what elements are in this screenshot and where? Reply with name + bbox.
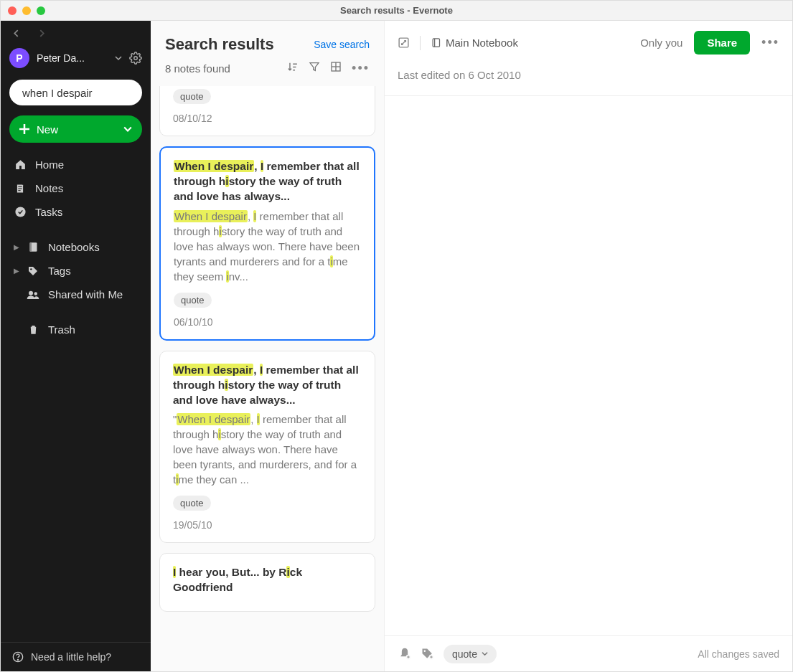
notebook-selector[interactable]: Main Notebook [431, 37, 518, 49]
note-tag: quote [173, 496, 211, 511]
avatar: P [9, 48, 29, 68]
add-reminder[interactable] [398, 647, 412, 661]
sidebar-item-trash[interactable]: Trash [1, 318, 151, 341]
note-card[interactable]: When I despair, I remember that all thro… [159, 146, 375, 341]
view-button[interactable] [330, 61, 342, 76]
last-edited: Last edited on 6 Oct 2010 [385, 65, 792, 96]
note-more-options[interactable]: ••• [761, 35, 779, 50]
sidebar-item-label: Notes [35, 182, 63, 194]
panel-title: Search results [165, 35, 274, 54]
sort-button[interactable] [286, 61, 299, 76]
note-title: When I despair, I remember that all thro… [173, 363, 362, 408]
nav-back[interactable] [9, 27, 22, 39]
note-card[interactable]: When I despair, I remember that all thro… [159, 351, 375, 544]
sidebar-item-label: Tags [48, 265, 71, 277]
trash-icon [28, 323, 39, 336]
window-title: Search results - Evernote [1, 5, 792, 16]
notebook-icon [28, 241, 39, 253]
account-name: Peter Da... [37, 52, 111, 64]
svg-point-18 [424, 650, 426, 652]
account-menu[interactable]: P Peter Da... [1, 42, 151, 74]
tag-icon [27, 265, 39, 277]
note-body[interactable] [385, 96, 792, 635]
notes-panel: Search results Save search 8 notes found… [151, 21, 385, 671]
help-button[interactable]: Need a little help? [1, 642, 151, 671]
svg-point-7 [29, 290, 33, 295]
settings-button[interactable] [129, 52, 142, 65]
sidebar-item-shared[interactable]: Shared with Me [1, 283, 151, 306]
sidebar-item-notes[interactable]: Notes [1, 176, 151, 200]
chevron-down-icon [115, 55, 122, 62]
svg-point-0 [134, 57, 138, 60]
save-status: All changes saved [698, 648, 779, 660]
chevron-down-icon [123, 125, 132, 133]
svg-point-3 [15, 207, 25, 217]
people-icon [27, 290, 39, 300]
caret-right-icon: ▶ [14, 267, 19, 275]
note-date: 06/10/10 [174, 316, 361, 328]
note-tag: quote [173, 89, 211, 104]
help-icon [12, 651, 24, 663]
note-snippet: "When I despair, I remember that all thr… [173, 412, 362, 487]
note-icon [14, 183, 26, 194]
save-search-link[interactable]: Save search [314, 39, 370, 50]
note-snippet: When I despair, I remember that all thro… [174, 209, 361, 284]
nav-forward[interactable] [35, 27, 48, 39]
tag-label: quote [452, 648, 477, 660]
notebook-icon [431, 37, 441, 49]
sidebar-item-tags[interactable]: ▶ Tags [1, 259, 151, 283]
note-tag: quote [174, 293, 212, 308]
notebook-name: Main Notebook [446, 37, 518, 49]
note-title: I hear you, But... by Rick Goodfriend [173, 565, 362, 595]
sidebar-item-label: Shared with Me [48, 288, 123, 300]
svg-point-10 [17, 659, 18, 660]
tag-chip[interactable]: quote [444, 645, 497, 663]
results-count: 8 notes found [165, 62, 230, 75]
note-card[interactable]: Ieyasu T...quote08/10/12 [159, 86, 375, 136]
expand-button[interactable] [398, 37, 410, 49]
add-tag[interactable] [421, 647, 435, 661]
sidebar-item-label: Home [35, 158, 64, 171]
svg-point-6 [30, 268, 32, 270]
sidebar-item-label: Tasks [35, 206, 62, 218]
note-title: When I despair, I remember that all thro… [174, 159, 361, 204]
help-label: Need a little help? [31, 651, 111, 663]
note-date: 19/05/10 [173, 519, 362, 531]
sharing-status[interactable]: Only you [640, 37, 682, 49]
share-button[interactable]: Share [694, 31, 750, 55]
svg-point-8 [34, 292, 38, 295]
sidebar-item-label: Trash [48, 323, 75, 336]
sidebar-item-tasks[interactable]: Tasks [1, 200, 151, 224]
new-button[interactable]: New [9, 115, 142, 143]
home-icon [14, 158, 27, 171]
sidebar: P Peter Da... ✕ New [1, 21, 151, 671]
new-button-label: New [37, 123, 58, 136]
note-card[interactable]: I hear you, But... by Rick Goodfriend [159, 553, 375, 612]
caret-right-icon: ▶ [14, 243, 19, 251]
svg-rect-5 [29, 242, 32, 252]
svg-rect-15 [433, 39, 439, 47]
sidebar-item-notebooks[interactable]: ▶ Notebooks [1, 235, 151, 259]
titlebar: Search results - Evernote [1, 1, 792, 21]
check-circle-icon [14, 206, 27, 218]
search-input[interactable] [22, 87, 159, 99]
sidebar-item-label: Notebooks [48, 241, 100, 253]
filter-button[interactable] [309, 61, 320, 76]
chevron-down-icon [482, 650, 488, 657]
plus-icon [19, 124, 29, 134]
sidebar-item-home[interactable]: Home [1, 153, 151, 176]
note-detail: Main Notebook Only you Share ••• Last ed… [385, 21, 792, 671]
note-date: 08/10/12 [173, 113, 362, 124]
more-options[interactable]: ••• [352, 61, 370, 76]
search-input-wrap[interactable]: ✕ [9, 80, 142, 105]
